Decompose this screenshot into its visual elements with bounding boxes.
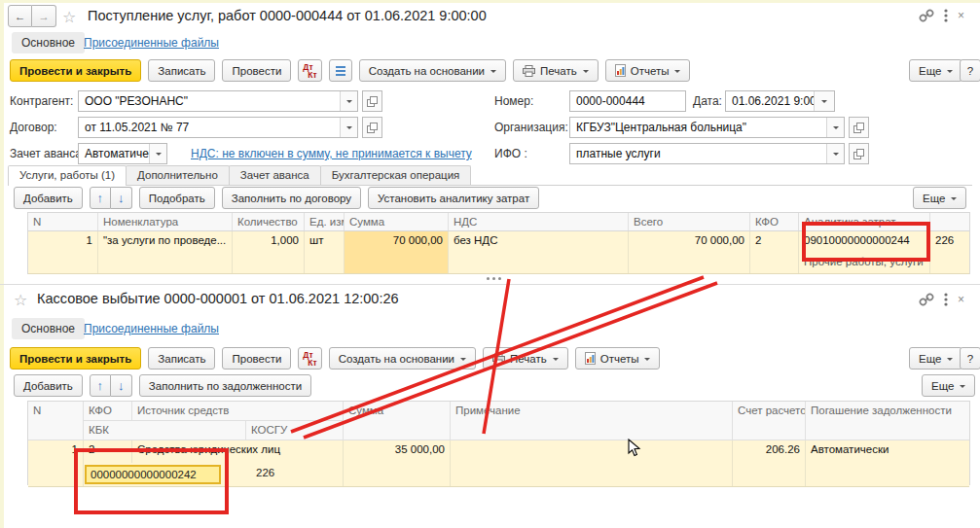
cell-vat[interactable]: без НДС: [449, 231, 629, 253]
date-field[interactable]: 01.06.2021 9:00:00: [725, 90, 835, 112]
post-button[interactable]: Провести: [222, 347, 291, 370]
vat-settings-link[interactable]: НДС: не включен в сумму, не принимается …: [191, 143, 472, 164]
tab-accounting-operation[interactable]: Бухгалтерская операция: [320, 165, 472, 185]
favorite-star-icon[interactable]: ☆: [14, 291, 27, 309]
cell-total[interactable]: 70 000,00: [629, 231, 750, 253]
col-sum[interactable]: Сумма: [345, 213, 449, 230]
kebab-menu-icon[interactable]: [944, 292, 948, 307]
splitter-handle[interactable]: [487, 277, 501, 280]
contract-field[interactable]: от 11.05.2021 № 77: [78, 117, 358, 138]
chevron-down-icon[interactable]: [826, 144, 844, 163]
number-field[interactable]: 0000-000444: [569, 90, 686, 112]
col-sum[interactable]: Сумма: [344, 402, 451, 440]
move-down-button[interactable]: ↓: [111, 374, 132, 397]
organization-field[interactable]: КГБУЗ"Центральная больница": [569, 117, 845, 138]
kebab-menu-icon[interactable]: [944, 8, 948, 23]
doc1-table-more-button[interactable]: Еще: [913, 187, 966, 209]
set-cost-analytics-button[interactable]: Установить аналитику затрат: [368, 187, 539, 209]
col-source[interactable]: Источник средств: [132, 402, 344, 421]
splitter-line[interactable]: [0, 284, 980, 285]
ifo-field[interactable]: платные услуги: [569, 143, 845, 164]
close-icon[interactable]: ×: [958, 9, 967, 22]
create-based-on-button[interactable]: Создать на основании: [329, 347, 476, 370]
col-unit[interactable]: Ед. изм...: [305, 213, 345, 230]
cell-repayment[interactable]: Автоматически: [806, 440, 969, 463]
organization-open-button[interactable]: [849, 117, 869, 138]
tab-additional[interactable]: Дополнительно: [126, 165, 230, 185]
col-n[interactable]: N: [28, 402, 84, 440]
chevron-down-icon[interactable]: [340, 118, 357, 137]
close-icon[interactable]: ×: [958, 293, 967, 306]
link-icon[interactable]: [919, 292, 934, 307]
cell-sum[interactable]: 35 000,00: [344, 440, 451, 463]
write-button[interactable]: Записать: [148, 347, 215, 370]
move-up-button[interactable]: ↑: [90, 187, 111, 209]
col-note[interactable]: Примечание: [451, 402, 733, 440]
col-n[interactable]: N: [28, 213, 98, 230]
doc2-help-button[interactable]: ?: [960, 347, 980, 370]
dtkt-button[interactable]: ДтКт: [298, 347, 321, 370]
cell-nomenclature[interactable]: "за услуги по проведе...: [98, 231, 233, 253]
forward-button[interactable]: →: [32, 5, 56, 27]
advance-field[interactable]: Автоматически: [78, 143, 167, 164]
write-button[interactable]: Записать: [148, 59, 215, 82]
chevron-down-icon[interactable]: [340, 91, 357, 111]
col-total[interactable]: Всего: [629, 213, 750, 230]
col-repayment[interactable]: Погашение задолженности: [806, 402, 969, 440]
chevron-down-icon[interactable]: [826, 118, 844, 137]
link-icon[interactable]: [919, 8, 934, 23]
post-button[interactable]: Провести: [222, 59, 291, 82]
reports-button[interactable]: Отчеты: [605, 59, 691, 82]
col-kbk[interactable]: КБК: [84, 421, 246, 440]
move-up-button[interactable]: ↑: [90, 374, 111, 397]
doc2-table-more-button[interactable]: Еще: [922, 374, 975, 397]
col-cost-analytics-extra[interactable]: [930, 213, 969, 230]
chevron-down-icon[interactable]: [149, 144, 166, 163]
col-kfo[interactable]: КФО: [84, 402, 132, 421]
dtkt-button[interactable]: ДтКт: [298, 59, 321, 82]
tab-main[interactable]: Основное: [12, 318, 85, 339]
counterparty-field[interactable]: ООО "РЕЗОНАНС": [78, 90, 358, 112]
cell-quantity[interactable]: 1,000: [233, 231, 305, 253]
create-based-on-button[interactable]: Создать на основании: [359, 59, 506, 82]
back-button[interactable]: ←: [8, 5, 32, 27]
col-nomenclature[interactable]: Номенклатура: [98, 213, 233, 230]
move-down-button[interactable]: ↓: [111, 187, 132, 209]
post-and-close-button[interactable]: Провести и закрыть: [10, 59, 141, 82]
cell-kfo[interactable]: 2: [750, 231, 799, 253]
cell-note[interactable]: [451, 440, 733, 463]
col-account[interactable]: Счет расчетов: [733, 402, 806, 440]
fill-by-contract-button[interactable]: Заполнить по договору: [222, 187, 361, 209]
col-kfo[interactable]: КФО: [750, 213, 799, 230]
col-vat[interactable]: НДС: [449, 213, 629, 230]
cell-account[interactable]: 206.26: [733, 440, 806, 463]
add-row-button[interactable]: Добавить: [14, 187, 83, 209]
tab-attached-files[interactable]: Присоединенные файлы: [84, 36, 219, 50]
pick-button[interactable]: Подобрать: [139, 187, 215, 209]
reports-button[interactable]: Отчеты: [575, 347, 661, 370]
tab-attached-files[interactable]: Присоединенные файлы: [84, 322, 219, 335]
tab-services-works[interactable]: Услуги, работы (1): [8, 165, 127, 186]
col-quantity[interactable]: Количество: [233, 213, 305, 230]
add-row-button[interactable]: Добавить: [14, 374, 83, 397]
contract-open-button[interactable]: [362, 117, 382, 138]
cell-analytics-kosgu[interactable]: 226: [930, 231, 969, 253]
favorite-star-icon[interactable]: ☆: [62, 8, 76, 26]
ifo-open-button[interactable]: [849, 143, 869, 164]
counterparty-open-button[interactable]: [362, 90, 382, 112]
tab-advance-offset[interactable]: Зачет аванса: [229, 165, 321, 185]
list-button[interactable]: [329, 59, 352, 82]
doc1-help-button[interactable]: ?: [960, 59, 980, 82]
cell-sum[interactable]: 70 000,00: [345, 231, 449, 253]
calendar-button[interactable]: [814, 91, 834, 111]
cell-n[interactable]: 1: [28, 231, 98, 253]
fill-by-debt-button[interactable]: Заполнить по задолженности: [139, 374, 311, 397]
col-kosgu[interactable]: КОСГУ: [246, 421, 344, 440]
print-button[interactable]: Печать: [483, 347, 568, 370]
post-and-close-button[interactable]: Провести и закрыть: [10, 347, 141, 370]
doc1-more-button[interactable]: Еще: [909, 59, 962, 82]
tab-main[interactable]: Основное: [12, 32, 85, 53]
cell-kosgu[interactable]: 226: [256, 467, 274, 478]
print-button[interactable]: Печать: [513, 59, 599, 82]
cell-unit[interactable]: шт: [305, 231, 345, 253]
